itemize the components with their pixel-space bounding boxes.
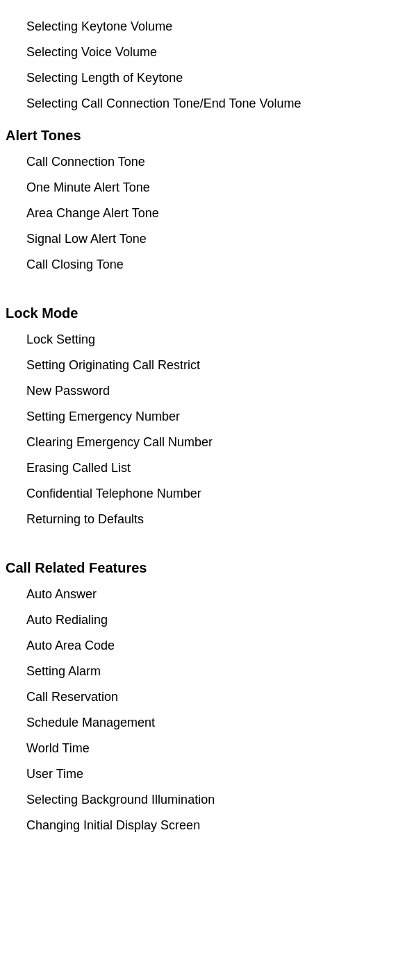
section-item: Call Closing Tone — [0, 252, 414, 278]
section-item: Signal Low Alert Tone — [0, 226, 414, 252]
section-item: Setting Emergency Number — [0, 404, 414, 430]
section-heading-call-related-features: Call Related Features — [0, 560, 414, 576]
section-item: Changing Initial Display Screen — [0, 813, 414, 838]
section-item: Call Connection Tone — [0, 149, 414, 175]
section-item: Confidential Telephone Number — [0, 481, 414, 507]
section-item: Setting Alarm — [0, 659, 414, 684]
section-item: Setting Originating Call Restrict — [0, 353, 414, 378]
section-item: User Time — [0, 761, 414, 787]
section-item: New Password — [0, 378, 414, 404]
section-lock-mode: Lock ModeLock SettingSetting Originating… — [0, 294, 414, 532]
top-list-item: Selecting Length of Keytone — [26, 65, 414, 91]
section-call-related-features: Call Related FeaturesAuto AnswerAuto Red… — [0, 549, 414, 838]
section-alert-tones: Alert TonesCall Connection ToneOne Minut… — [0, 117, 414, 278]
sections-container: Alert TonesCall Connection ToneOne Minut… — [0, 117, 414, 838]
top-items-list: Selecting Keytone VolumeSelecting Voice … — [0, 14, 414, 117]
section-item: Call Reservation — [0, 684, 414, 710]
section-item: Area Change Alert Tone — [0, 201, 414, 226]
section-item: Returning to Defaults — [0, 507, 414, 532]
section-item: World Time — [0, 736, 414, 761]
section-heading-alert-tones: Alert Tones — [0, 128, 414, 144]
section-item: Erasing Called List — [0, 455, 414, 481]
section-heading-lock-mode: Lock Mode — [0, 305, 414, 321]
section-spacer — [0, 117, 414, 128]
top-list-item: Selecting Call Connection Tone/End Tone … — [26, 91, 414, 117]
section-spacer — [0, 294, 414, 305]
top-list-item: Selecting Keytone Volume — [26, 14, 414, 40]
section-item: Schedule Management — [0, 710, 414, 736]
section-item: Auto Area Code — [0, 633, 414, 659]
top-list-item: Selecting Voice Volume — [26, 40, 414, 65]
section-item: Lock Setting — [0, 327, 414, 353]
section-spacer — [0, 549, 414, 560]
section-item: One Minute Alert Tone — [0, 175, 414, 201]
section-item: Selecting Background Illumination — [0, 787, 414, 813]
section-item: Clearing Emergency Call Number — [0, 430, 414, 455]
section-item: Auto Redialing — [0, 607, 414, 633]
section-item: Auto Answer — [0, 582, 414, 607]
